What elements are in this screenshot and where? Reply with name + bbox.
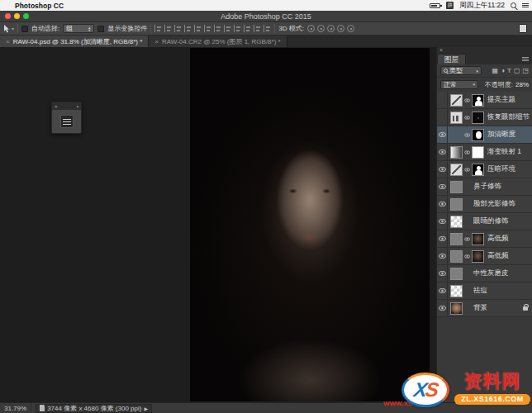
layer-name[interactable]: 压暗环境 [487,164,532,174]
layer-visibility-toggle[interactable] [437,248,448,264]
layer-row[interactable]: 祛痘 [437,282,532,300]
mini-panel-close-icon[interactable]: × [55,104,58,109]
layer-thumbnail[interactable] [450,233,463,245]
workspace-switcher-button[interactable] [519,24,527,33]
drag-3d-mode[interactable] [327,25,335,32]
auto-select-checkbox[interactable] [21,26,28,32]
layer-row[interactable]: 背景 [437,300,532,317]
layer-name[interactable]: 高低频 [487,251,532,261]
layer-name[interactable]: 背景 [473,303,523,313]
align-right[interactable] [174,25,182,32]
document-info[interactable]: 3744 像素 x 4680 像素 (300 ppi) ▶ [36,404,152,413]
layer-thumbnail[interactable] [450,268,463,280]
layer-visibility-toggle[interactable] [437,144,448,160]
type-layer-filter[interactable]: T [507,67,511,75]
layer-mask-thumbnail[interactable] [472,112,484,124]
pixel-layer-filter[interactable]: ▦ [492,67,499,75]
distribute-right[interactable] [234,25,241,32]
notification-center-icon[interactable] [522,3,529,7]
layer-visibility-toggle[interactable] [437,178,448,195]
layer-row[interactable]: 压暗环境 [437,161,532,178]
filter-type-dropdown[interactable]: 类型 ▾ [440,66,482,75]
scale-3d-mode[interactable] [347,25,354,32]
layer-mask-thumbnail[interactable] [472,250,484,263]
mini-panel-collapse-icon[interactable]: ▪ [77,104,78,109]
layer-mask-thumbnail[interactable] [472,129,484,141]
layer-thumbnail[interactable] [450,112,463,124]
tool-preset-caret-icon[interactable]: ▾ [12,26,14,31]
layer-name[interactable]: 加清晰度 [487,130,532,140]
panel-close-icon[interactable]: × [439,47,443,53]
app-menu-title[interactable]: Photoshop CC [15,2,64,10]
layer-row[interactable]: 鼻子修饰 [437,178,532,196]
document-tab[interactable]: × RAW-04.CR2 @ 25% (图层 1, RGB/8*) * [149,36,287,47]
layer-row[interactable]: 恢复眼部细节 [437,109,532,126]
layer-visibility-toggle[interactable] [437,126,448,143]
adjustment-layer-filter[interactable]: ◑ [501,67,505,75]
status-popup-arrow-icon[interactable]: ▶ [144,406,148,411]
layer-thumbnail[interactable] [450,216,463,228]
move-tool-icon[interactable]: ▾ [3,25,14,33]
show-transform-checkbox[interactable] [97,26,104,32]
floating-mini-panel[interactable]: × ▪ [51,102,82,134]
layer-name[interactable]: 高低频 [487,234,532,244]
distribute-left[interactable] [214,25,221,32]
tab-close-icon[interactable]: × [154,38,159,45]
layer-thumbnail[interactable] [450,164,463,176]
layer-visibility-toggle[interactable] [437,196,448,212]
zoom-level-field[interactable]: 31.79% [0,403,31,413]
adjustments-icon[interactable] [60,115,74,128]
canvas-area[interactable]: × ▪ [0,47,436,402]
layer-name[interactable]: 鼻子修饰 [473,182,532,192]
opacity-value[interactable]: 28% [515,81,529,88]
auto-select-dropdown[interactable]: 组 ▲▼ [63,24,94,33]
layer-name[interactable]: 中性灰磨皮 [473,268,532,278]
smart-object-filter[interactable]: ◳ [522,67,529,75]
layer-row[interactable]: 高低频 [437,230,532,248]
layer-thumbnail[interactable] [450,250,463,263]
align-vcenter[interactable] [194,25,202,32]
layer-visibility-toggle[interactable] [437,213,448,230]
align-left[interactable] [154,25,162,32]
layer-visibility-toggle[interactable] [437,300,448,316]
layer-thumbnail[interactable] [450,181,463,193]
layer-name[interactable]: 提亮主题 [487,95,532,105]
layer-thumbnail[interactable] [450,146,463,159]
layer-visibility-toggle[interactable] [437,230,448,247]
layer-name[interactable]: 祛痘 [473,286,532,296]
layer-thumbnail[interactable] [450,198,463,211]
document-tab[interactable]: × RAW-04.psd @ 31.8% (加清晰度, RGB/8*) * [0,36,149,47]
tab-layers[interactable]: 图层 [437,54,466,64]
rotate-3d-mode[interactable] [307,25,315,32]
panel-menu-icon[interactable] [522,57,529,64]
distribute-top[interactable] [244,25,251,32]
layer-row[interactable]: 高低频 [437,248,532,265]
layer-thumbnail[interactable] [450,285,463,297]
layer-row[interactable]: 脸部光影修饰 [437,196,532,213]
spotlight-search-icon[interactable] [511,2,516,8]
layer-visibility-toggle[interactable] [437,161,448,178]
layer-thumbnail[interactable] [450,302,463,315]
layer-mask-thumbnail[interactable] [472,146,484,159]
layer-name[interactable]: 恢复眼部细节 [487,112,532,122]
layer-row[interactable]: 中性灰磨皮 [437,265,532,282]
layer-mask-thumbnail[interactable] [472,164,484,176]
tab-close-icon[interactable]: × [6,38,10,45]
layer-visibility-toggle[interactable] [437,92,448,108]
slide-3d-mode[interactable] [337,25,344,32]
layer-mask-thumbnail[interactable] [472,233,484,245]
distribute-hcenter[interactable] [224,25,231,32]
layer-visibility-toggle[interactable] [437,265,448,282]
layer-name[interactable]: 眼睛的修饰 [473,216,532,226]
layer-row[interactable]: 加清晰度 [437,126,532,144]
layer-row[interactable]: 眼睛的修饰 [437,213,532,230]
layer-row[interactable]: 提亮主题 [437,92,532,109]
document-image-portrait[interactable] [190,48,430,401]
layer-name[interactable]: 脸部光影修饰 [473,199,532,209]
distribute-vcenter[interactable] [254,25,261,32]
distribute-bottom[interactable] [264,25,271,32]
layer-visibility-toggle[interactable] [437,282,448,299]
align-top[interactable] [184,25,192,32]
layer-row[interactable]: 渐变映射 1 [437,144,532,161]
layer-thumbnail[interactable] [450,94,463,107]
